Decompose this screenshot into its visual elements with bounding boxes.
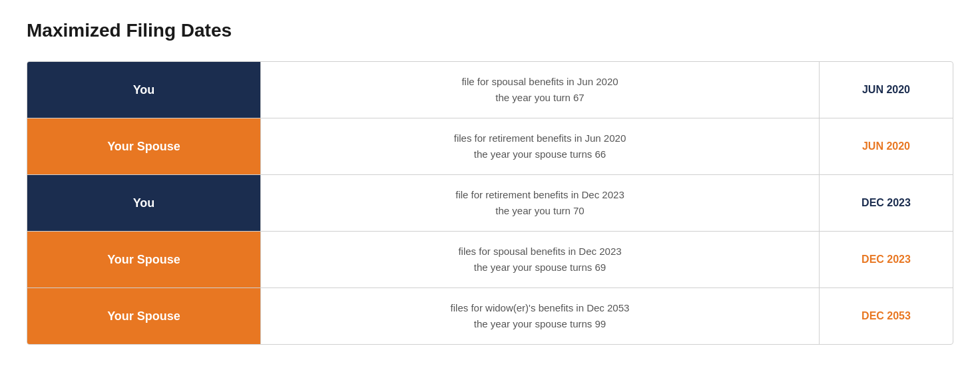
row-date-1: JUN 2020 [820, 62, 953, 118]
row-description-1: file for spousal benefits in Jun 2020the… [260, 62, 820, 118]
row-label-5: Your Spouse [27, 288, 260, 344]
row-description-4: files for spousal benefits in Dec 2023th… [260, 232, 820, 287]
row-description-5: files for widow(er)'s benefits in Dec 20… [260, 288, 820, 344]
row-description-3: file for retirement benefits in Dec 2023… [260, 175, 820, 231]
row-description-2: files for retirement benefits in Jun 202… [260, 118, 820, 174]
table-row: Youfile for retirement benefits in Dec 2… [27, 175, 953, 232]
table-row: Youfile for spousal benefits in Jun 2020… [27, 62, 953, 118]
row-date-4: DEC 2023 [820, 232, 953, 287]
page-title: Maximized Filing Dates [27, 20, 953, 41]
row-date-3: DEC 2023 [820, 175, 953, 231]
table-row: Your Spousefiles for retirement benefits… [27, 118, 953, 175]
row-label-2: Your Spouse [27, 118, 260, 174]
table-row: Your Spousefiles for spousal benefits in… [27, 232, 953, 288]
row-date-5: DEC 2053 [820, 288, 953, 344]
row-label-4: Your Spouse [27, 232, 260, 287]
table-row: Your Spousefiles for widow(er)'s benefit… [27, 288, 953, 344]
row-label-1: You [27, 62, 260, 118]
row-date-2: JUN 2020 [820, 118, 953, 174]
row-label-3: You [27, 175, 260, 231]
filing-dates-table: Youfile for spousal benefits in Jun 2020… [27, 61, 953, 345]
